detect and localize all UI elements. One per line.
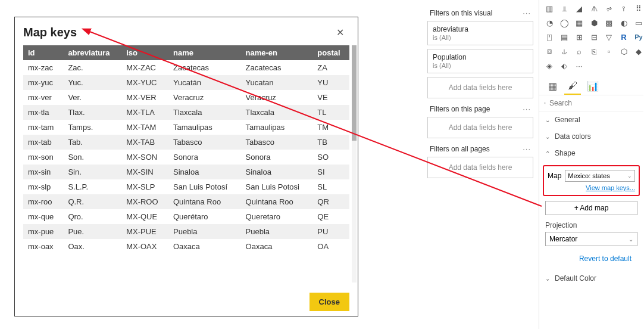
cell-iso: MX-TLA: [121, 105, 168, 120]
filter-drop-visual[interactable]: Add data fields here: [427, 77, 533, 98]
cell-id: mx-roo: [23, 194, 63, 209]
cell-postal: TM: [312, 120, 349, 135]
viz-narrative-icon[interactable]: ⎘: [587, 45, 601, 58]
viz-map-icon[interactable]: ⬢: [587, 16, 601, 29]
cell-name: Yucatán: [168, 75, 241, 90]
viz-area-icon[interactable]: ◢: [573, 2, 586, 15]
revert-to-default-link[interactable]: Revert to default: [545, 254, 632, 263]
cell-name: Tabasco: [168, 135, 241, 150]
cell-name: Quintana Roo: [168, 194, 241, 209]
table-row[interactable]: mx-rooQ.R.MX-ROOQuintana RooQuintana Roo…: [23, 194, 349, 209]
more-icon[interactable]: ···: [523, 104, 531, 113]
cell-name_en: San Luis Potosi: [241, 179, 313, 194]
table-row[interactable]: mx-oaxOax.MX-OAXOaxacaOaxacaOA: [23, 239, 349, 254]
viz-python-icon[interactable]: Py: [632, 30, 644, 44]
tab-fields-icon[interactable]: ▦: [544, 78, 561, 95]
section-default-color[interactable]: ⌄ Default Color: [539, 270, 643, 287]
scrollbar-thumb[interactable]: [352, 45, 357, 141]
viz-filled-map-icon[interactable]: ▩: [602, 16, 615, 29]
col-name[interactable]: name: [168, 45, 241, 60]
table-row[interactable]: mx-sinSin.MX-SINSinaloaSinaloaSI: [23, 164, 349, 179]
tab-format-icon[interactable]: 🖌: [564, 78, 581, 95]
viz-decomp-icon[interactable]: ⫝: [558, 45, 571, 58]
viz-donut-icon[interactable]: ◯: [558, 16, 571, 29]
viz-r-icon[interactable]: R: [617, 30, 630, 44]
tab-analytics-icon[interactable]: 📊: [584, 78, 601, 95]
viz-ribbon-icon[interactable]: ⩫: [602, 2, 615, 15]
table-row[interactable]: mx-puePue.MX-PUEPueblaPueblaPU: [23, 224, 349, 239]
viz-line-icon[interactable]: ⫫: [558, 2, 571, 15]
cell-id: mx-zac: [23, 60, 63, 75]
col-abreviatura[interactable]: abreviatura: [63, 45, 121, 60]
table-row[interactable]: mx-yucYuc.MX-YUCYucatánYucatanYU: [23, 75, 349, 90]
table-row[interactable]: mx-queQro.MX-QUEQuerétaroQueretaroQE: [23, 209, 349, 224]
table-row[interactable]: mx-tlaTlax.MX-TLATlaxcalaTlaxcalaTL: [23, 105, 349, 120]
search-row[interactable]: [539, 95, 643, 111]
cell-abrev: Zac.: [63, 60, 121, 75]
filter-card-population[interactable]: Population is (All): [427, 49, 533, 73]
viz-slicer-icon[interactable]: ▤: [558, 30, 571, 44]
viz-gauge-icon[interactable]: ◐: [617, 16, 630, 29]
col-id[interactable]: id: [23, 45, 63, 60]
filter-drop-allpages[interactable]: Add data fields here: [427, 157, 533, 178]
viz-card-icon[interactable]: ▭: [632, 16, 644, 29]
viz-matrix-icon[interactable]: ⊟: [587, 30, 601, 44]
scrollbar-track[interactable]: [352, 45, 357, 283]
table-row[interactable]: mx-sonSon.MX-SONSonoraSonoraSO: [23, 150, 349, 164]
more-icon[interactable]: ···: [523, 144, 531, 153]
viz-combo-icon[interactable]: ⩚: [587, 2, 601, 15]
cell-postal: SL: [312, 179, 349, 194]
viz-tree-icon[interactable]: ▦: [573, 16, 586, 29]
section-label: Data colors: [555, 132, 591, 141]
filter-card-abreviatura[interactable]: abreviatura is (All): [427, 21, 533, 45]
col-name-en[interactable]: name-en: [241, 45, 313, 60]
view-map-keys-link[interactable]: View map keys...: [548, 184, 635, 191]
col-postal[interactable]: postal: [312, 45, 349, 60]
table-row[interactable]: mx-zacZac.MX-ZACZacatecasZacatecasZA: [23, 60, 349, 75]
viz-scatter-icon[interactable]: ⠿: [632, 2, 644, 15]
cell-abrev: Tlax.: [63, 105, 121, 120]
map-select[interactable]: Mexico: states ⌄: [565, 170, 635, 182]
viz-more-icon[interactable]: ···: [573, 59, 586, 72]
section-data-colors[interactable]: ⌄ Data colors: [539, 128, 643, 145]
cell-id: mx-yuc: [23, 75, 63, 90]
viz-qa-icon[interactable]: ⌕: [573, 45, 586, 58]
chevron-down-icon: ⌄: [629, 236, 633, 243]
projection-select[interactable]: Mercator ⌄: [545, 232, 637, 246]
table-row[interactable]: mx-verVer.MX-VERVeracruzVeracruzVE: [23, 90, 349, 105]
table-row[interactable]: mx-tabTab.MX-TABTabascoTabascoTB: [23, 135, 349, 150]
close-icon[interactable]: ✕: [333, 27, 347, 38]
viz-table-icon[interactable]: ⊞: [573, 30, 586, 44]
svg-line-1: [545, 104, 546, 104]
search-input[interactable]: [549, 99, 639, 107]
cell-postal: QR: [312, 194, 349, 209]
viz-arcgis-icon[interactable]: ⬡: [617, 45, 630, 58]
filter-drop-page[interactable]: Add data fields here: [427, 117, 533, 138]
table-row[interactable]: mx-tamTamps.MX-TAMTamaulipasTamaulipasTM: [23, 120, 349, 135]
viz-waterfall-icon[interactable]: ⫯: [617, 2, 630, 15]
cell-name: Puebla: [168, 224, 241, 239]
add-map-button[interactable]: + Add map: [545, 201, 637, 215]
more-icon[interactable]: ···: [523, 8, 531, 17]
viz-paginated-icon[interactable]: ▫: [602, 45, 615, 58]
viz-pie-icon[interactable]: ◔: [543, 16, 556, 29]
chevron-down-icon: ⌄: [545, 275, 551, 282]
section-general[interactable]: ⌄ General: [539, 111, 643, 128]
viz-custom2-icon[interactable]: ⬖: [558, 59, 571, 72]
cell-iso: MX-ROO: [121, 194, 168, 209]
close-button[interactable]: Close: [310, 293, 349, 311]
cell-iso: MX-OAX: [121, 239, 168, 254]
cell-name: Veracruz: [168, 90, 241, 105]
viz-kpi-icon[interactable]: ⍞: [543, 30, 556, 44]
table-row[interactable]: mx-slpS.L.P.MX-SLPSan Luis PotosíSan Lui…: [23, 179, 349, 194]
cell-id: mx-ver: [23, 90, 63, 105]
viz-key-influencers-icon[interactable]: ⧈: [543, 45, 556, 58]
viz-custom1-icon[interactable]: ◈: [543, 59, 556, 72]
col-iso[interactable]: iso: [121, 45, 168, 60]
cell-postal: ZA: [312, 60, 349, 75]
viz-stacked-bar-icon[interactable]: ▥: [543, 2, 556, 15]
viz-funnel-icon[interactable]: ▽: [602, 30, 615, 44]
viz-powerapps-icon[interactable]: ◆: [632, 45, 644, 58]
section-shape[interactable]: ⌃ Shape: [539, 145, 643, 162]
cell-iso: MX-SON: [121, 150, 168, 164]
